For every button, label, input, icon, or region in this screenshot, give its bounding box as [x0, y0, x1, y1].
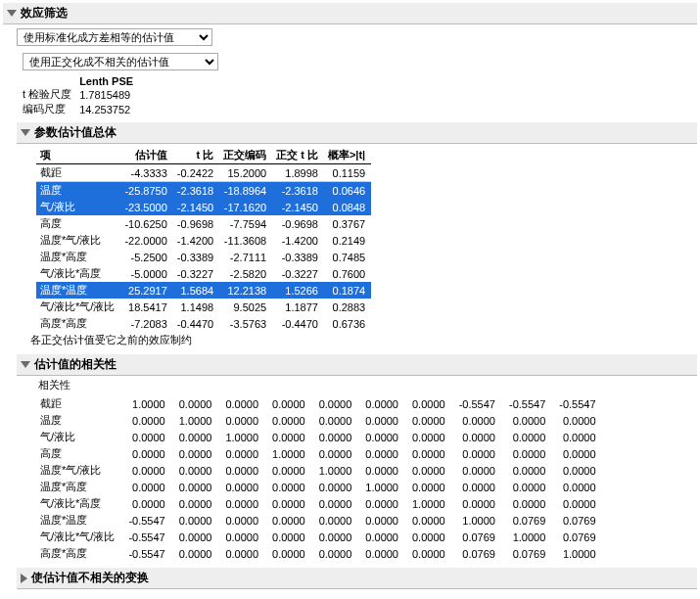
row-value: -1.4200: [173, 232, 219, 249]
row-value: -10.6250: [120, 215, 172, 232]
row-value: -2.3618: [272, 182, 324, 200]
section-correlation[interactable]: 估计值的相关性: [17, 354, 697, 376]
matrix-cell: 0.0000: [408, 429, 455, 445]
matrix-cell: 1.0000: [315, 462, 362, 479]
row-value: 0.1874: [324, 282, 371, 299]
row-value: -0.3227: [173, 265, 219, 282]
matrix-cell: 0.0000: [221, 445, 268, 462]
row-label: 截距: [36, 395, 124, 412]
table-row[interactable]: 温度*温度25.29171.568412.21381.52660.1874: [36, 282, 371, 299]
row-value: 0.0646: [324, 182, 371, 200]
section-transformation[interactable]: 使估计值不相关的变换: [17, 568, 697, 589]
matrix-cell: 0.0769: [505, 512, 555, 529]
row-value: -23.5000: [120, 199, 172, 215]
section-title: 估计值的相关性: [34, 356, 117, 373]
section-parameter-estimates[interactable]: 参数估计值总体: [17, 122, 697, 144]
lenth-pse-table: Lenth PSE t 检验尺度 1.7815489 编码尺度 14.25375…: [23, 75, 141, 116]
estimates-col-header: 概率>|t|: [324, 147, 371, 164]
matrix-cell: 0.0000: [221, 412, 268, 429]
table-row[interactable]: 温度-25.8750-2.3618-18.8964-2.36180.0646: [36, 182, 371, 200]
matrix-cell: 0.0000: [268, 545, 315, 562]
estimates-col-header: 项: [36, 147, 120, 164]
matrix-cell: 1.0000: [555, 545, 605, 562]
matrix-cell: 0.0000: [124, 429, 174, 445]
matrix-cell: 0.0000: [408, 395, 455, 412]
estimates-col-header: 正交 t 比: [272, 147, 324, 164]
row-value: -7.7594: [219, 215, 272, 232]
table-row: 高度0.00000.00000.00001.00000.00000.00000.…: [36, 445, 606, 462]
section-effect-screening[interactable]: 效应筛选: [3, 3, 697, 24]
matrix-cell: 0.0000: [315, 479, 362, 495]
table-row: 气/液比*高度0.00000.00000.00000.00000.00000.0…: [36, 495, 606, 512]
matrix-cell: 0.0000: [221, 479, 268, 495]
matrix-cell: 0.0000: [408, 479, 455, 495]
standardize-dropdown[interactable]: 使用标准化成方差相等的估计值: [17, 28, 212, 46]
matrix-cell: 0.0000: [408, 462, 455, 479]
row-value: 0.3767: [324, 215, 371, 232]
table-row[interactable]: 温度*高度-5.2500-0.3389-2.7111-0.33890.7485: [36, 249, 371, 265]
matrix-cell: -0.5547: [124, 512, 174, 529]
matrix-cell: -0.5547: [505, 395, 555, 412]
table-row: 温度*气/液比0.00000.00000.00000.00001.00000.0…: [36, 462, 606, 479]
row-value: -0.9698: [272, 215, 324, 232]
matrix-cell: 0.0000: [505, 479, 555, 495]
row-label: 温度*气/液比: [36, 462, 124, 479]
matrix-cell: 0.0000: [124, 412, 174, 429]
row-value: 9.5025: [219, 299, 272, 315]
row-label: 温度*气/液比: [36, 232, 120, 249]
matrix-cell: 0.0000: [268, 529, 315, 545]
matrix-cell: 0.0769: [455, 545, 505, 562]
matrix-cell: 0.0000: [361, 429, 408, 445]
matrix-cell: 1.0000: [455, 512, 505, 529]
matrix-cell: 0.0000: [124, 479, 174, 495]
row-value: -0.2422: [173, 164, 219, 182]
matrix-cell: 0.0000: [361, 529, 408, 545]
matrix-cell: 0.0000: [221, 545, 268, 562]
row-value: -5.2500: [120, 249, 172, 265]
row-value: 1.8998: [272, 164, 324, 182]
table-row[interactable]: 温度*气/液比-22.0000-1.4200-11.3608-1.42000.2…: [36, 232, 371, 249]
matrix-cell: 0.0000: [221, 512, 268, 529]
table-row[interactable]: 高度*高度-7.2083-0.4470-3.5763-0.44700.6736: [36, 315, 371, 332]
matrix-cell: 0.0000: [268, 495, 315, 512]
matrix-cell: 0.0769: [555, 512, 605, 529]
lenth-pse-header: Lenth PSE: [79, 75, 141, 87]
row-value: -2.1450: [272, 199, 324, 215]
matrix-cell: 0.0000: [175, 445, 222, 462]
matrix-cell: 0.0000: [268, 395, 315, 412]
table-row[interactable]: 气/液比*气/液比18.54171.14989.50251.18770.2883: [36, 299, 371, 315]
row-value: -2.7111: [219, 249, 272, 265]
matrix-cell: 1.0000: [361, 479, 408, 495]
matrix-cell: 0.0000: [455, 429, 505, 445]
matrix-cell: 0.0000: [505, 412, 555, 429]
matrix-cell: 1.0000: [175, 412, 222, 429]
section-title: 使估计值不相关的变换: [31, 570, 149, 586]
row-label: 截距: [36, 164, 120, 182]
row-value: 0.6736: [324, 315, 371, 332]
row-value: 1.5266: [272, 282, 324, 299]
row-value: -0.3389: [173, 249, 219, 265]
matrix-cell: 0.0000: [124, 445, 174, 462]
row-label: 气/液比*高度: [36, 265, 120, 282]
matrix-cell: 0.0000: [505, 462, 555, 479]
table-row[interactable]: 气/液比-23.5000-2.1450-17.1620-2.14500.0848: [36, 199, 371, 215]
matrix-cell: 0.0000: [361, 495, 408, 512]
table-row[interactable]: 截距-4.3333-0.242215.20001.89980.1159: [36, 164, 371, 182]
row-label: 温度*高度: [36, 249, 120, 265]
row-label: 温度: [36, 412, 124, 429]
matrix-cell: 0.0000: [268, 479, 315, 495]
matrix-cell: 1.0000: [505, 529, 555, 545]
disclosure-down-icon: [7, 10, 17, 17]
orthogonalize-dropdown[interactable]: 使用正交化成不相关的估计值: [23, 53, 218, 70]
section-title: 参数估计值总体: [34, 124, 117, 141]
table-row[interactable]: 高度-10.6250-0.9698-7.7594-0.96980.3767: [36, 215, 371, 232]
matrix-cell: 0.0769: [555, 529, 605, 545]
matrix-cell: 0.0000: [175, 529, 222, 545]
table-row[interactable]: 气/液比*高度-5.0000-0.3227-2.5820-0.32270.760…: [36, 265, 371, 282]
row-value: -0.4470: [173, 315, 219, 332]
matrix-cell: 0.0000: [555, 495, 605, 512]
matrix-cell: 0.0000: [268, 429, 315, 445]
row-value: -18.8964: [219, 182, 272, 200]
row-value: 0.1159: [324, 164, 371, 182]
matrix-cell: 0.0000: [315, 395, 362, 412]
